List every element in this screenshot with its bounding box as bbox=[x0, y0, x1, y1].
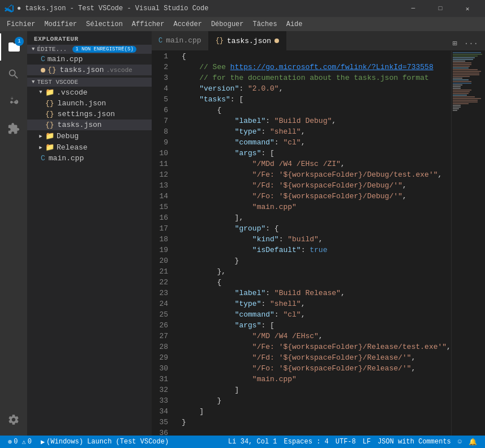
menu-modifier[interactable]: Modifier bbox=[40, 17, 81, 31]
edited-file-tasks-json[interactable]: {} tasks.json .vscode bbox=[27, 65, 152, 75]
code-line-22: { bbox=[182, 277, 451, 288]
menubar: Fichier Modifier Sélection Afficher Accé… bbox=[0, 17, 485, 31]
statusbar-play[interactable]: ▶ (Windows) Launch (Test VSCode) bbox=[37, 436, 172, 448]
folder-arrow-vscode: ▼ bbox=[36, 89, 45, 95]
menu-deboguer[interactable]: Déboguer bbox=[207, 17, 248, 31]
line-number-36: 36 bbox=[152, 428, 173, 436]
line-number-2: 2 bbox=[152, 62, 173, 72]
activity-explorer[interactable]: 1 bbox=[0, 33, 27, 61]
activity-search[interactable] bbox=[0, 61, 27, 88]
window-title: ● tasks.json - Test VSCode - Visual Stud… bbox=[17, 5, 400, 12]
edited-section[interactable]: ▼ ÉDITE... 1 NON ENREGISTRÉ(S) bbox=[27, 45, 152, 54]
line-number-21: 21 bbox=[152, 266, 173, 277]
test-vscode-section-left: ▼ TEST VSCODE bbox=[32, 79, 78, 86]
line-number-35: 35 bbox=[152, 417, 173, 428]
code-line-29: "/Fd: '${workspaceFolder}/Release/'", bbox=[182, 352, 451, 363]
tree-settings-json[interactable]: {} settings.json bbox=[27, 109, 152, 120]
menu-taches[interactable]: Tâches bbox=[248, 17, 281, 31]
code-line-28: "/Fe: '${workspaceFolder}/Release/test.e… bbox=[182, 342, 451, 352]
code-line-10: "args": [ bbox=[182, 148, 451, 159]
code-line-1: { bbox=[182, 51, 451, 62]
tree-vscode-folder[interactable]: ▼ 📁 .vscode bbox=[27, 87, 152, 98]
statusbar-position[interactable]: Li 34, Col 1 bbox=[225, 436, 280, 448]
error-icon: ⊗ bbox=[8, 438, 12, 446]
tab-tasks-json[interactable]: {} tasks.json bbox=[209, 31, 286, 50]
statusbar-smiley[interactable]: ☺ bbox=[454, 436, 465, 448]
line-number-6: 6 bbox=[152, 105, 173, 116]
tree-release-folder[interactable]: ▶ 📁 Release bbox=[27, 142, 152, 153]
edited-file-vscode-label: .vscode bbox=[106, 67, 132, 74]
menu-fichier[interactable]: Fichier bbox=[2, 17, 40, 31]
statusbar-right: Li 34, Col 1 Espaces : 4 UTF-8 LF JSON w… bbox=[225, 436, 480, 448]
test-vscode-section-arrow: ▼ bbox=[32, 79, 35, 85]
settings-json-label: settings.json bbox=[58, 110, 115, 118]
code-line-2: // See https://go.microsoft.com/fwlink/?… bbox=[182, 62, 451, 72]
tree-main-cpp[interactable]: C main.cpp bbox=[27, 153, 152, 164]
code-line-24: "type": "shell", bbox=[182, 298, 451, 309]
edited-file-tasks-json-label: tasks.json bbox=[60, 66, 104, 74]
statusbar-bell[interactable]: 🔔 bbox=[465, 436, 480, 448]
close-button[interactable]: ✕ bbox=[454, 0, 480, 17]
test-vscode-section[interactable]: ▼ TEST VSCODE bbox=[27, 78, 152, 87]
split-editor-button[interactable]: ⊞ bbox=[450, 36, 459, 50]
edited-file-main-cpp-label: main.cpp bbox=[48, 55, 83, 63]
main-layout: 1 EXPLORATEUR ▼ ÉDITE... 1 NON ENREGISTR… bbox=[0, 31, 485, 436]
encoding-text: UTF-8 bbox=[336, 438, 356, 446]
bell-icon: 🔔 bbox=[469, 438, 477, 446]
warning-icon: ⚠ bbox=[22, 438, 25, 446]
warning-count: 0 bbox=[28, 438, 32, 446]
code-line-17: "group": { bbox=[182, 223, 451, 234]
activity-settings[interactable] bbox=[0, 406, 27, 433]
error-count: 0 bbox=[14, 438, 18, 446]
statusbar-encoding[interactable]: UTF-8 bbox=[332, 436, 359, 448]
tree-launch-json[interactable]: {} launch.json bbox=[27, 98, 152, 109]
line-number-17: 17 bbox=[152, 223, 173, 234]
menu-aide[interactable]: Aide bbox=[282, 17, 307, 31]
code-line-4: "version": "2.0.0", bbox=[182, 83, 451, 94]
line-number-14: 14 bbox=[152, 191, 173, 202]
code-line-13: "/Fd: '${workspaceFolder}/Debug/'", bbox=[182, 180, 451, 191]
activity-extensions[interactable] bbox=[0, 115, 27, 142]
line-number-13: 13 bbox=[152, 180, 173, 191]
more-actions-button[interactable]: ··· bbox=[462, 37, 480, 50]
folder-icon-vscode: 📁 bbox=[45, 88, 54, 97]
statusbar: ⊗ 0 ⚠ 0 ▶ (Windows) Launch (Test VSCode)… bbox=[0, 436, 485, 448]
tasks-json-label: tasks.json bbox=[58, 121, 102, 129]
json-icon-tasks: {} bbox=[45, 121, 54, 129]
window-controls: ─ □ ✕ bbox=[400, 0, 480, 17]
line-number-31: 31 bbox=[152, 374, 173, 385]
tab-main-cpp-label: main.cpp bbox=[166, 36, 201, 45]
statusbar-spaces[interactable]: Espaces : 4 bbox=[281, 436, 332, 448]
statusbar-eol[interactable]: LF bbox=[359, 436, 374, 448]
statusbar-language[interactable]: JSON with Comments bbox=[374, 436, 454, 448]
code-line-14: "/Fo: '${workspaceFolder}/Debug/'", bbox=[182, 191, 451, 202]
line-number-15: 15 bbox=[152, 202, 173, 212]
folder-arrow-release: ▶ bbox=[36, 144, 45, 151]
edited-file-main-cpp[interactable]: C main.cpp bbox=[27, 54, 152, 65]
tree-tasks-json[interactable]: {} tasks.json bbox=[27, 120, 152, 130]
menu-selection[interactable]: Sélection bbox=[81, 17, 127, 31]
tab-actions: ⊞ ··· bbox=[450, 36, 485, 50]
statusbar-errors[interactable]: ⊗ 0 ⚠ 0 bbox=[5, 436, 35, 448]
debug-config: (Windows) Launch (Test VSCode) bbox=[46, 438, 169, 446]
tab-main-cpp[interactable]: C main.cpp bbox=[152, 31, 209, 50]
position-text: Li 34, Col 1 bbox=[228, 438, 277, 446]
code-editor[interactable]: { // See https://go.microsoft.com/fwlink… bbox=[177, 51, 451, 436]
code-line-34: ] bbox=[182, 406, 451, 417]
tree-debug-folder[interactable]: ▶ 📁 Debug bbox=[27, 130, 152, 142]
language-text: JSON with Comments bbox=[377, 438, 451, 446]
debug-folder-label: Debug bbox=[57, 132, 79, 140]
menu-acceder[interactable]: Accéder bbox=[169, 17, 206, 31]
activity-source-control[interactable] bbox=[0, 88, 27, 115]
folder-icon-release: 📁 bbox=[45, 143, 54, 152]
minimize-button[interactable]: ─ bbox=[400, 0, 426, 17]
main-cpp-label: main.cpp bbox=[49, 154, 84, 163]
maximize-button[interactable]: □ bbox=[427, 0, 453, 17]
code-line-21: }, bbox=[182, 266, 451, 277]
line-number-29: 29 bbox=[152, 352, 173, 363]
activity-bar: 1 bbox=[0, 31, 27, 436]
line-number-4: 4 bbox=[152, 83, 173, 94]
menu-afficher[interactable]: Afficher bbox=[127, 17, 169, 31]
line-number-34: 34 bbox=[152, 406, 173, 417]
minimap-content bbox=[452, 51, 485, 114]
